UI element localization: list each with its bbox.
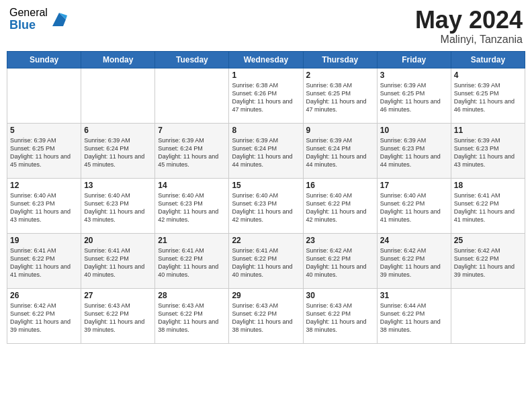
cal-cell: 24Sunrise: 6:42 AM Sunset: 6:22 PM Dayli…	[377, 233, 451, 288]
cell-info: Sunrise: 6:41 AM Sunset: 6:22 PM Dayligh…	[454, 191, 522, 224]
cal-cell: 21Sunrise: 6:41 AM Sunset: 6:22 PM Dayli…	[155, 233, 229, 288]
cell-info: Sunrise: 6:39 AM Sunset: 6:25 PM Dayligh…	[454, 81, 522, 114]
header-thursday: Thursday	[303, 51, 377, 68]
cal-cell: 31Sunrise: 6:44 AM Sunset: 6:22 PM Dayli…	[377, 288, 451, 343]
cal-cell	[155, 68, 229, 123]
week-row-4: 26Sunrise: 6:42 AM Sunset: 6:22 PM Dayli…	[7, 288, 525, 343]
title-location: Malinyi, Tanzania	[415, 34, 523, 46]
header-wednesday: Wednesday	[229, 51, 303, 68]
cal-cell: 8Sunrise: 6:39 AM Sunset: 6:24 PM Daylig…	[229, 123, 303, 178]
logo-text: General Blue	[9, 7, 48, 32]
cell-info: Sunrise: 6:40 AM Sunset: 6:23 PM Dayligh…	[84, 191, 152, 224]
header-friday: Friday	[377, 51, 451, 68]
cell-info: Sunrise: 6:40 AM Sunset: 6:22 PM Dayligh…	[380, 191, 448, 224]
cal-cell: 5Sunrise: 6:39 AM Sunset: 6:25 PM Daylig…	[7, 123, 81, 178]
cell-info: Sunrise: 6:43 AM Sunset: 6:22 PM Dayligh…	[84, 302, 152, 334]
cal-cell: 12Sunrise: 6:40 AM Sunset: 6:23 PM Dayli…	[7, 178, 81, 233]
cal-cell: 18Sunrise: 6:41 AM Sunset: 6:22 PM Dayli…	[451, 178, 525, 233]
cell-info: Sunrise: 6:41 AM Sunset: 6:22 PM Dayligh…	[232, 246, 300, 279]
logo-icon	[50, 10, 69, 29]
cal-cell: 15Sunrise: 6:40 AM Sunset: 6:23 PM Dayli…	[229, 178, 303, 233]
day-number: 30	[306, 291, 374, 300]
day-number: 15	[232, 181, 300, 190]
calendar-table: Sunday Monday Tuesday Wednesday Thursday…	[7, 51, 525, 344]
header-sunday: Sunday	[7, 51, 81, 68]
cell-info: Sunrise: 6:39 AM Sunset: 6:25 PM Dayligh…	[380, 81, 448, 114]
header-monday: Monday	[81, 51, 155, 68]
day-number: 13	[84, 181, 152, 190]
cell-info: Sunrise: 6:41 AM Sunset: 6:22 PM Dayligh…	[158, 246, 226, 279]
logo-general: General	[9, 7, 48, 19]
cal-cell: 6Sunrise: 6:39 AM Sunset: 6:24 PM Daylig…	[81, 123, 155, 178]
cal-cell: 7Sunrise: 6:39 AM Sunset: 6:24 PM Daylig…	[155, 123, 229, 178]
logo-blue: Blue	[9, 19, 48, 32]
cal-cell: 10Sunrise: 6:39 AM Sunset: 6:23 PM Dayli…	[377, 123, 451, 178]
day-number: 29	[232, 291, 300, 300]
header-saturday: Saturday	[451, 51, 525, 68]
cell-info: Sunrise: 6:40 AM Sunset: 6:22 PM Dayligh…	[306, 191, 374, 224]
cal-cell	[7, 68, 81, 123]
day-number: 24	[380, 236, 448, 245]
day-number: 20	[84, 236, 152, 245]
day-number: 4	[454, 71, 522, 80]
day-number: 17	[380, 181, 448, 190]
day-number: 21	[158, 236, 226, 245]
day-number: 27	[84, 291, 152, 300]
day-number: 22	[232, 236, 300, 245]
cal-cell: 30Sunrise: 6:43 AM Sunset: 6:22 PM Dayli…	[303, 288, 377, 343]
cell-info: Sunrise: 6:43 AM Sunset: 6:22 PM Dayligh…	[306, 302, 374, 334]
header-tuesday: Tuesday	[155, 51, 229, 68]
cell-info: Sunrise: 6:43 AM Sunset: 6:22 PM Dayligh…	[232, 302, 300, 334]
day-number: 3	[380, 71, 448, 80]
cell-info: Sunrise: 6:40 AM Sunset: 6:23 PM Dayligh…	[158, 191, 226, 224]
cell-info: Sunrise: 6:40 AM Sunset: 6:23 PM Dayligh…	[10, 191, 78, 224]
cal-cell: 19Sunrise: 6:41 AM Sunset: 6:22 PM Dayli…	[7, 233, 81, 288]
cell-info: Sunrise: 6:42 AM Sunset: 6:22 PM Dayligh…	[306, 246, 374, 279]
week-row-0: 1Sunrise: 6:38 AM Sunset: 6:26 PM Daylig…	[7, 68, 525, 123]
title-month: May 2024	[415, 7, 523, 34]
cell-info: Sunrise: 6:42 AM Sunset: 6:22 PM Dayligh…	[380, 246, 448, 279]
cal-cell: 9Sunrise: 6:39 AM Sunset: 6:24 PM Daylig…	[303, 123, 377, 178]
day-number: 9	[306, 126, 374, 135]
cell-info: Sunrise: 6:39 AM Sunset: 6:23 PM Dayligh…	[380, 136, 448, 169]
cell-info: Sunrise: 6:39 AM Sunset: 6:25 PM Dayligh…	[10, 136, 78, 169]
cal-cell: 17Sunrise: 6:40 AM Sunset: 6:22 PM Dayli…	[377, 178, 451, 233]
cell-info: Sunrise: 6:38 AM Sunset: 6:26 PM Dayligh…	[232, 81, 300, 114]
cal-cell	[451, 288, 525, 343]
cell-info: Sunrise: 6:41 AM Sunset: 6:22 PM Dayligh…	[84, 246, 152, 279]
cal-cell: 27Sunrise: 6:43 AM Sunset: 6:22 PM Dayli…	[81, 288, 155, 343]
cell-info: Sunrise: 6:39 AM Sunset: 6:24 PM Dayligh…	[84, 136, 152, 169]
cell-info: Sunrise: 6:43 AM Sunset: 6:22 PM Dayligh…	[158, 302, 226, 334]
day-number: 8	[232, 126, 300, 135]
header-row: Sunday Monday Tuesday Wednesday Thursday…	[7, 51, 525, 68]
cell-info: Sunrise: 6:44 AM Sunset: 6:22 PM Dayligh…	[380, 302, 448, 334]
cal-cell: 23Sunrise: 6:42 AM Sunset: 6:22 PM Dayli…	[303, 233, 377, 288]
cal-cell: 13Sunrise: 6:40 AM Sunset: 6:23 PM Dayli…	[81, 178, 155, 233]
cell-info: Sunrise: 6:39 AM Sunset: 6:24 PM Dayligh…	[306, 136, 374, 169]
logo: General Blue	[9, 7, 69, 32]
day-number: 7	[158, 126, 226, 135]
day-number: 14	[158, 181, 226, 190]
cell-info: Sunrise: 6:40 AM Sunset: 6:23 PM Dayligh…	[232, 191, 300, 224]
cell-info: Sunrise: 6:39 AM Sunset: 6:24 PM Dayligh…	[232, 136, 300, 169]
cal-cell: 16Sunrise: 6:40 AM Sunset: 6:22 PM Dayli…	[303, 178, 377, 233]
day-number: 28	[158, 291, 226, 300]
day-number: 26	[10, 291, 78, 300]
day-number: 23	[306, 236, 374, 245]
cal-cell: 29Sunrise: 6:43 AM Sunset: 6:22 PM Dayli…	[229, 288, 303, 343]
day-number: 2	[306, 71, 374, 80]
cell-info: Sunrise: 6:42 AM Sunset: 6:22 PM Dayligh…	[10, 302, 78, 334]
header: General Blue May 2024 Malinyi, Tanzania	[7, 7, 525, 46]
cal-cell: 2Sunrise: 6:38 AM Sunset: 6:25 PM Daylig…	[303, 68, 377, 123]
cal-cell: 11Sunrise: 6:39 AM Sunset: 6:23 PM Dayli…	[451, 123, 525, 178]
week-row-3: 19Sunrise: 6:41 AM Sunset: 6:22 PM Dayli…	[7, 233, 525, 288]
day-number: 11	[454, 126, 522, 135]
title-block: May 2024 Malinyi, Tanzania	[415, 7, 523, 46]
day-number: 18	[454, 181, 522, 190]
week-row-1: 5Sunrise: 6:39 AM Sunset: 6:25 PM Daylig…	[7, 123, 525, 178]
day-number: 19	[10, 236, 78, 245]
cal-cell: 22Sunrise: 6:41 AM Sunset: 6:22 PM Dayli…	[229, 233, 303, 288]
cell-info: Sunrise: 6:38 AM Sunset: 6:25 PM Dayligh…	[306, 81, 374, 114]
day-number: 25	[454, 236, 522, 245]
cal-cell: 4Sunrise: 6:39 AM Sunset: 6:25 PM Daylig…	[451, 68, 525, 123]
